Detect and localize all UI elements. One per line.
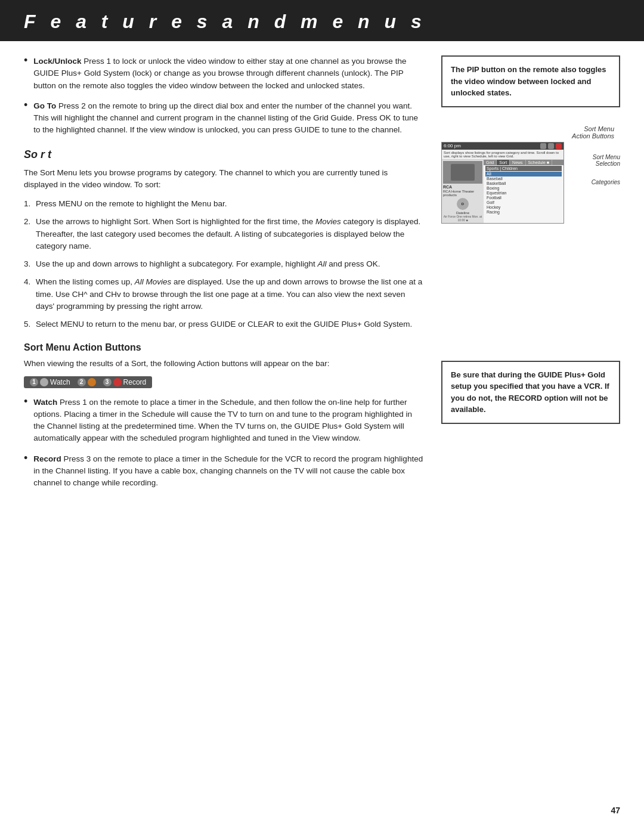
- page-content: • Lock/Unlock Press 1 to lock or unlock …: [0, 55, 644, 497]
- bullet-dot-2: •: [24, 99, 27, 112]
- screenshot-video-inner: [451, 164, 475, 181]
- step-text-1: Press MENU on the remote to highlight th…: [36, 198, 423, 210]
- bullets-section: • Lock/Unlock Press 1 to lock or unlock …: [24, 55, 423, 137]
- bullet-dot-watch: •: [24, 395, 27, 408]
- term-watch: Watch: [33, 398, 57, 407]
- screenshot-time: 6:00 pm: [444, 143, 461, 148]
- sort-intro: The Sort Menu lets you browse programs b…: [24, 167, 423, 191]
- screenshot-icons: [540, 143, 562, 149]
- bullet-text-lock-unlock: Lock/Unlock Press 1 to lock or unlock th…: [33, 55, 423, 92]
- sort-menu-intro: When viewing the results of a Sort, the …: [24, 358, 423, 370]
- screenshot-inner: RCA RCA Home Theater products D Dateline…: [442, 160, 564, 223]
- screenshot-channel: RCA Home Theater products: [443, 190, 482, 197]
- term-lock-unlock: Lock/Unlock: [33, 57, 81, 66]
- s-icon-1: [540, 143, 546, 149]
- watch-label: Watch: [50, 378, 70, 386]
- sort-steps-list: 1. Press MENU on the remote to highlight…: [24, 198, 423, 330]
- page-title: F e a t u r e s a n d m e n u s: [24, 11, 620, 33]
- step-num-5: 5.: [24, 318, 36, 330]
- bullet-dot-1: •: [24, 54, 27, 67]
- action-bar-item-record: 3 Record: [103, 378, 147, 386]
- callout-box-1: The PIP button on the remote also toggle…: [441, 55, 620, 107]
- sort-step-4: 4. When the listing comes up, All Movies…: [24, 276, 423, 312]
- left-column: • Lock/Unlock Press 1 to lock or unlock …: [24, 55, 441, 497]
- sort-step-2: 2. Use the arrows to highlight Sort. Whe…: [24, 216, 423, 252]
- screenshot-right-panel: Grid Sort News Schedule ■ Sports | Child…: [484, 160, 564, 223]
- s-icon-3: [556, 143, 562, 149]
- action-bar-item-watch: 1 Watch: [30, 378, 70, 386]
- page-number: 47: [611, 806, 620, 815]
- step-num-3: 3.: [24, 258, 36, 270]
- bullet-dot-record: •: [24, 452, 27, 465]
- right-column: The PIP button on the remote also toggle…: [441, 55, 620, 497]
- step-text-2: Use the arrows to highlight Sort. When S…: [36, 216, 423, 252]
- watch-icon: [40, 378, 48, 386]
- action-num-3: 3: [103, 378, 112, 386]
- step-text-5: Select MENU to return to the menu bar, o…: [36, 318, 423, 330]
- step-text-3: Use the up and down arrows to highlight …: [36, 258, 423, 270]
- screenshot-cat-football: Football: [485, 196, 562, 200]
- screenshot-logo: RCA: [443, 185, 482, 189]
- action-num-1: 1: [30, 378, 38, 386]
- screenshot-labels: Sort Menu Action Buttons: [441, 125, 620, 140]
- side-label-categories: Categories: [568, 179, 620, 185]
- screenshot-tab-news: News: [510, 160, 526, 165]
- callout-text-1: The PIP button on the remote also toggle…: [451, 64, 611, 99]
- sort-heading: So r t: [24, 148, 423, 161]
- step-text-4: When the listing comes up, All Movies ar…: [36, 276, 423, 312]
- step-num-2: 2.: [24, 216, 36, 228]
- record-icon: [113, 378, 122, 386]
- screenshot-ui: 6:00 pm Sort displays show listings for …: [441, 142, 564, 224]
- bullet-goto: • Go To Press 2 on the remote to bring u…: [24, 100, 423, 137]
- s-icon-2: [548, 143, 554, 149]
- term-record: Record: [33, 454, 61, 463]
- action-bar-item-2: 2: [78, 378, 96, 386]
- screenshot-cat-baseball: Baseball: [485, 176, 562, 181]
- screenshot-cat-boxing: Boxing: [485, 186, 562, 191]
- callout-box-2: Be sure that during the GUIDE Plus+ Gold…: [441, 361, 620, 424]
- screenshot-cat-all: All: [485, 172, 562, 176]
- screenshot-cat-hockey: Hockey: [485, 205, 562, 210]
- sort-step-5: 5. Select MENU to return to the menu bar…: [24, 318, 423, 330]
- step-num-1: 1.: [24, 198, 36, 210]
- sort-step-1: 1. Press MENU on the remote to highlight…: [24, 198, 423, 210]
- callout-text-2: Be sure that during the GUIDE Plus+ Gold…: [451, 369, 611, 416]
- action-icon-2: [88, 378, 96, 386]
- screenshot-label1: Sort Menu: [441, 125, 614, 132]
- sort-screenshot-section: Sort Menu Action Buttons 6:00 pm: [441, 125, 620, 224]
- screenshot-dateline-icon: D: [457, 198, 469, 210]
- screenshot-video: [443, 161, 482, 184]
- bullet-lock-unlock: • Lock/Unlock Press 1 to lock or unlock …: [24, 55, 423, 92]
- screenshot-topbar: 6:00 pm: [442, 143, 564, 150]
- screenshot-tabs: Grid Sort News Schedule ■: [484, 160, 564, 165]
- sort-menu-heading: Sort Menu Action Buttons: [24, 342, 423, 353]
- bullet-text-record: Record Press 3 on the remote to place a …: [33, 453, 423, 490]
- screenshot-cat-header-sports: Sports | Children: [485, 166, 562, 171]
- page-header: F e a t u r e s a n d m e n u s: [0, 0, 644, 41]
- screenshot-tab-schedule: Schedule ■: [526, 160, 552, 165]
- step-num-4: 4.: [24, 276, 36, 288]
- screenshot-desc-row: Sort displays show listings for program …: [442, 150, 564, 160]
- screenshot-tab-sort: Sort: [497, 160, 510, 165]
- bullet-text-watch: Watch Press 1 on the remote to place a t…: [33, 397, 423, 445]
- action-num-2: 2: [78, 378, 86, 386]
- screenshot-tab-grid: Grid: [484, 160, 497, 165]
- side-label-selection: Sort Menu Selection: [568, 154, 620, 167]
- screenshot-container: 6:00 pm Sort displays show listings for …: [441, 142, 620, 224]
- screenshot-cat-equestrian: Equestrian: [485, 191, 562, 196]
- screenshot-left-panel: RCA RCA Home Theater products D Dateline…: [442, 160, 484, 223]
- term-goto: Go To: [33, 101, 56, 110]
- action-bar: 1 Watch 2 3 Record: [24, 376, 152, 388]
- screenshot-categories: Sports | Children All Baseball Basketbal…: [484, 165, 564, 215]
- bullet-record: • Record Press 3 on the remote to place …: [24, 453, 423, 490]
- bullet-watch: • Watch Press 1 on the remote to place a…: [24, 397, 423, 445]
- side-labels: Sort Menu Selection Categories: [568, 142, 620, 185]
- bullet-text-goto: Go To Press 2 on the remote to bring up …: [33, 100, 423, 137]
- sort-step-3: 3. Use the up and down arrows to highlig…: [24, 258, 423, 270]
- screenshot-label2: Action Buttons: [441, 132, 614, 140]
- screenshot-cat-racing: Racing: [485, 210, 562, 215]
- screenshot-cat-golf: Golf: [485, 200, 562, 205]
- screenshot-program-time: Air Force One retires Mon. at 10:00 ■: [443, 215, 482, 222]
- screenshot-cat-basketball: Basketball: [485, 181, 562, 186]
- record-label: Record: [123, 378, 147, 386]
